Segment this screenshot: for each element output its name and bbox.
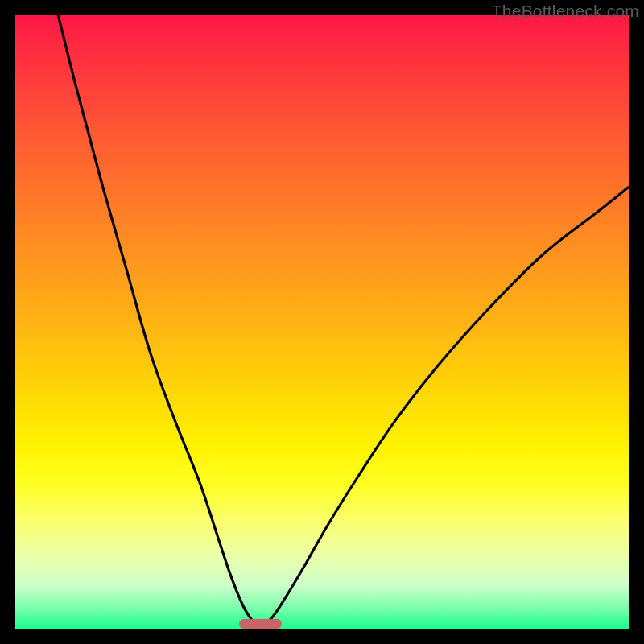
optimum-marker <box>239 619 282 629</box>
bottleneck-curve <box>15 15 629 629</box>
gradient-plot-area <box>15 15 629 629</box>
chart-frame: TheBottleneck.com <box>0 0 644 644</box>
curve-right-branch <box>261 187 629 629</box>
watermark-text: TheBottleneck.com <box>492 2 639 21</box>
curve-left-branch <box>58 15 260 629</box>
